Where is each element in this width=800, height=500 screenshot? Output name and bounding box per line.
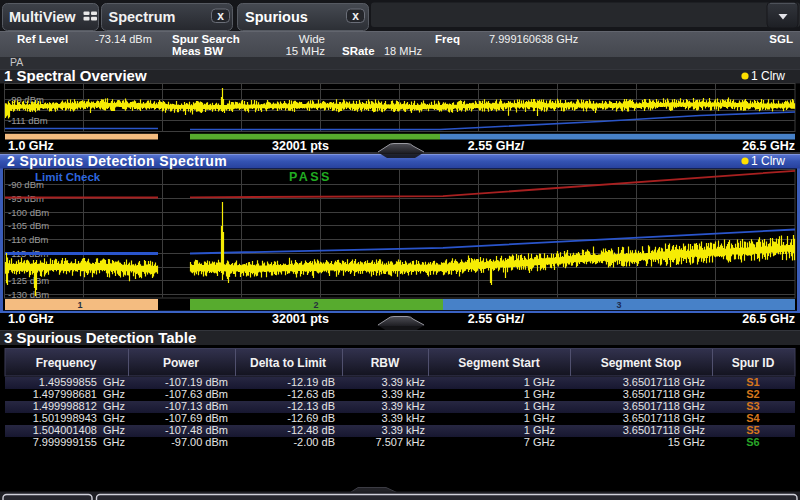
svg-text:-107.19 dBm: -107.19 dBm: [165, 376, 228, 388]
svg-text:-73.14 dBm: -73.14 dBm: [95, 33, 152, 45]
svg-text:1.0 GHz: 1.0 GHz: [8, 139, 54, 153]
svg-text:3.39 kHz: 3.39 kHz: [382, 412, 425, 424]
svg-text:3.39 kHz: 3.39 kHz: [382, 400, 425, 412]
svg-text:S3: S3: [746, 400, 759, 412]
svg-text:3.65017118 GHz: 3.65017118 GHz: [623, 412, 705, 424]
svg-text:1 GHz: 1 GHz: [524, 424, 555, 436]
svg-text:MultiView: MultiView: [9, 9, 76, 25]
svg-text:Segment Start: Segment Start: [458, 356, 539, 370]
svg-text:PASS: PASS: [289, 170, 332, 184]
svg-text:-12.69 dB: -12.69 dB: [287, 412, 335, 424]
svg-text:Wide: Wide: [299, 33, 325, 45]
svg-text:-105 dBm: -105 dBm: [8, 220, 49, 231]
svg-text:2 Spurious Detection Spectrum: 2 Spurious Detection Spectrum: [7, 153, 227, 169]
svg-text:3: 3: [616, 300, 621, 310]
svg-text:Spurious: Spurious: [245, 9, 308, 25]
svg-text:Meas BW: Meas BW: [172, 45, 223, 57]
svg-text:1.49599855 GHz: 1.49599855 GHz: [39, 376, 125, 388]
svg-text:1.497998681 GHz: 1.497998681 GHz: [33, 388, 125, 400]
svg-text:RBW: RBW: [371, 356, 400, 370]
svg-text:26.5 GHz: 26.5 GHz: [742, 312, 795, 326]
svg-text:S5: S5: [746, 424, 759, 436]
svg-text:-111 dBm: -111 dBm: [8, 115, 48, 126]
svg-text:-130 dBm: -130 dBm: [8, 289, 49, 300]
svg-text:S4: S4: [746, 412, 760, 424]
svg-text:1 GHz: 1 GHz: [524, 388, 555, 400]
svg-text:3.65017118 GHz: 3.65017118 GHz: [623, 400, 705, 412]
svg-text:S1: S1: [746, 376, 759, 388]
svg-text:2.55 GHz/: 2.55 GHz/: [468, 139, 525, 153]
svg-text:3.65017118 GHz: 3.65017118 GHz: [623, 424, 705, 436]
svg-text:32001 pts: 32001 pts: [272, 139, 329, 153]
svg-text:Frequency: Frequency: [36, 356, 97, 370]
svg-text:-97.00 dBm: -97.00 dBm: [171, 436, 228, 448]
svg-text:SGL: SGL: [769, 33, 793, 45]
svg-text:-12.63 dB: -12.63 dB: [287, 388, 335, 400]
svg-text:1.499998812 GHz: 1.499998812 GHz: [33, 400, 125, 412]
svg-text:-107.69 dBm: -107.69 dBm: [165, 412, 228, 424]
svg-text:15 MHz: 15 MHz: [285, 45, 325, 57]
svg-text:7.507 kHz: 7.507 kHz: [375, 436, 425, 448]
svg-text:1 Spectral Overview: 1 Spectral Overview: [4, 67, 147, 84]
svg-text:3.39 kHz: 3.39 kHz: [382, 424, 425, 436]
svg-text:S6: S6: [746, 436, 759, 448]
svg-text:-107.48 dBm: -107.48 dBm: [165, 424, 228, 436]
svg-text:Spur Search: Spur Search: [172, 33, 240, 45]
svg-text:x: x: [352, 9, 359, 23]
svg-text:1.0 GHz: 1.0 GHz: [8, 312, 54, 326]
svg-text:Limit Check: Limit Check: [35, 171, 101, 183]
svg-text:x: x: [217, 9, 224, 23]
svg-text:S2: S2: [746, 388, 759, 400]
svg-text:1 GHz: 1 GHz: [524, 376, 555, 388]
svg-text:-100 dBm: -100 dBm: [8, 207, 49, 218]
svg-text:Ref Level: Ref Level: [17, 33, 68, 45]
svg-text:Segment Stop: Segment Stop: [601, 356, 682, 370]
svg-text:-125 dBm: -125 dBm: [8, 275, 49, 286]
svg-text:3.39 kHz: 3.39 kHz: [382, 376, 425, 388]
svg-text:3.65017118 GHz: 3.65017118 GHz: [623, 388, 705, 400]
svg-text:1.504001408 GHz: 1.504001408 GHz: [33, 424, 125, 436]
svg-text:1.501998943 GHz: 1.501998943 GHz: [33, 412, 125, 424]
svg-text:-107.13 dBm: -107.13 dBm: [165, 400, 228, 412]
svg-text:7 GHz: 7 GHz: [524, 436, 555, 448]
svg-text:1 GHz: 1 GHz: [524, 400, 555, 412]
svg-text:7.999999155 GHz: 7.999999155 GHz: [33, 436, 125, 448]
svg-text:Freq: Freq: [435, 33, 460, 45]
svg-text:-12.48 dB: -12.48 dB: [287, 424, 335, 436]
svg-text:3.65017118 GHz: 3.65017118 GHz: [623, 376, 705, 388]
svg-text:3.39 kHz: 3.39 kHz: [382, 388, 425, 400]
svg-text:-107.63 dBm: -107.63 dBm: [165, 388, 228, 400]
svg-text:18 MHz: 18 MHz: [384, 45, 422, 57]
svg-text:2.55 GHz/: 2.55 GHz/: [468, 312, 525, 326]
svg-text:Delta to Limit: Delta to Limit: [250, 356, 326, 370]
svg-text:-110 dBm: -110 dBm: [8, 234, 49, 245]
svg-text:32001 pts: 32001 pts: [272, 312, 329, 326]
svg-text:1: 1: [77, 300, 82, 310]
svg-text:-12.19 dB: -12.19 dB: [287, 376, 335, 388]
svg-text:2: 2: [313, 300, 318, 310]
svg-text:Spur ID: Spur ID: [732, 356, 775, 370]
svg-text:SRate: SRate: [342, 45, 375, 57]
svg-text:1 Clrw: 1 Clrw: [751, 154, 785, 168]
svg-text:15 GHz: 15 GHz: [668, 436, 705, 448]
svg-text:1 Clrw: 1 Clrw: [751, 69, 785, 83]
svg-text:7.999160638 GHz: 7.999160638 GHz: [489, 33, 578, 45]
svg-text:1 GHz: 1 GHz: [524, 412, 555, 424]
svg-text:-12.13 dB: -12.13 dB: [287, 400, 335, 412]
svg-text:26.5 GHz: 26.5 GHz: [742, 139, 795, 153]
svg-text:-2.00 dB: -2.00 dB: [293, 436, 335, 448]
svg-text:Power: Power: [163, 356, 199, 370]
svg-text:3 Spurious Detection Table: 3 Spurious Detection Table: [4, 329, 196, 346]
svg-text:Spectrum: Spectrum: [109, 9, 176, 25]
